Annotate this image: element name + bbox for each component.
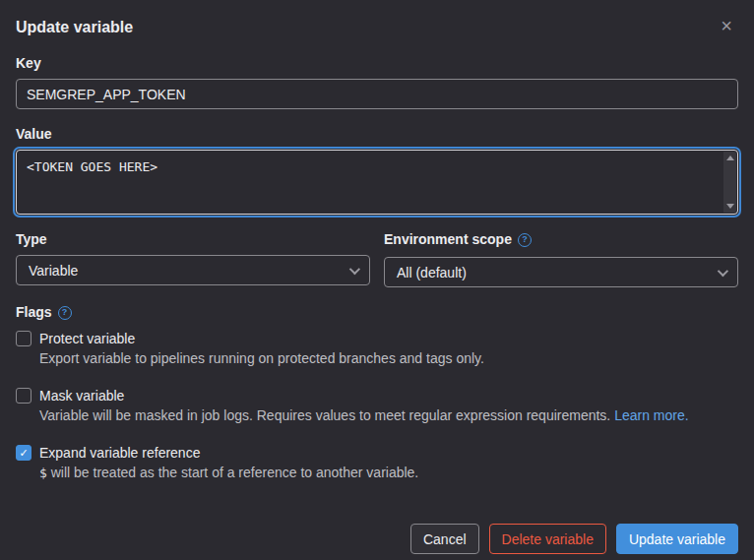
mask-variable-label[interactable]: Mask variable: [39, 387, 124, 404]
delete-variable-button[interactable]: Delete variable: [489, 524, 606, 554]
dollar-code: $: [39, 466, 47, 480]
mask-variable-checkbox[interactable]: ✓: [16, 388, 31, 404]
protect-variable-description: Export variable to pipelines running on …: [39, 349, 738, 367]
chevron-down-icon: [349, 263, 360, 274]
mask-variable-description-text: Variable will be masked in job logs. Req…: [39, 407, 610, 423]
update-variable-modal: Update variable × Key Value <TOKEN GOES …: [0, 0, 754, 560]
type-selected-value: Variable: [29, 263, 78, 279]
expand-variable-description-text: will be treated as the start of a refere…: [51, 465, 419, 480]
environment-select[interactable]: All (default): [384, 257, 738, 287]
protect-variable-label[interactable]: Protect variable: [39, 330, 135, 347]
flags-section: Flags ? ✓ Protect variable Export variab…: [16, 304, 738, 482]
learn-more-link[interactable]: Learn more.: [614, 407, 688, 423]
mask-variable-description: Variable will be masked in job logs. Req…: [39, 406, 738, 424]
type-label: Type: [16, 231, 370, 248]
help-question-icon[interactable]: ?: [518, 233, 532, 247]
environment-selected-value: All (default): [397, 265, 467, 280]
flags-label: Flags: [16, 304, 52, 321]
type-field-group: Type Variable: [16, 231, 370, 287]
protect-variable-group: ✓ Protect variable Export variable to pi…: [16, 330, 738, 367]
cancel-button[interactable]: Cancel: [410, 524, 479, 554]
type-environment-row: Type Variable Environment scope ? All (d…: [16, 231, 738, 287]
environment-label: Environment scope: [384, 231, 512, 248]
expand-variable-group: ✓ Expand variable reference $ will be tr…: [16, 444, 738, 482]
key-input[interactable]: [16, 79, 738, 109]
environment-field-group: Environment scope ? All (default): [384, 231, 738, 287]
key-label: Key: [16, 55, 738, 72]
protect-variable-checkbox[interactable]: ✓: [16, 331, 31, 346]
value-label: Value: [16, 126, 738, 143]
expand-variable-label[interactable]: Expand variable reference: [39, 444, 200, 462]
scroll-down-icon[interactable]: [726, 204, 734, 209]
scroll-up-icon[interactable]: [726, 156, 734, 160]
help-question-icon[interactable]: ?: [58, 306, 72, 320]
expand-variable-description: $ will be treated as the start of a refe…: [39, 464, 738, 482]
value-textarea[interactable]: <TOKEN GOES HERE>: [16, 150, 738, 215]
value-field-group: Value <TOKEN GOES HERE>: [16, 126, 738, 215]
chevron-down-icon: [718, 265, 728, 276]
close-icon[interactable]: ×: [715, 14, 738, 37]
value-text: <TOKEN GOES HERE>: [17, 151, 737, 183]
type-select[interactable]: Variable: [16, 255, 370, 285]
expand-variable-checkbox[interactable]: ✓: [16, 445, 31, 461]
key-field-group: Key: [16, 55, 738, 109]
mask-variable-group: ✓ Mask variable Variable will be masked …: [16, 387, 738, 424]
textarea-scrollbar[interactable]: [723, 152, 736, 213]
modal-footer: Cancel Delete variable Update variable: [16, 524, 738, 554]
modal-title: Update variable: [16, 18, 738, 37]
update-variable-button[interactable]: Update variable: [616, 524, 738, 554]
